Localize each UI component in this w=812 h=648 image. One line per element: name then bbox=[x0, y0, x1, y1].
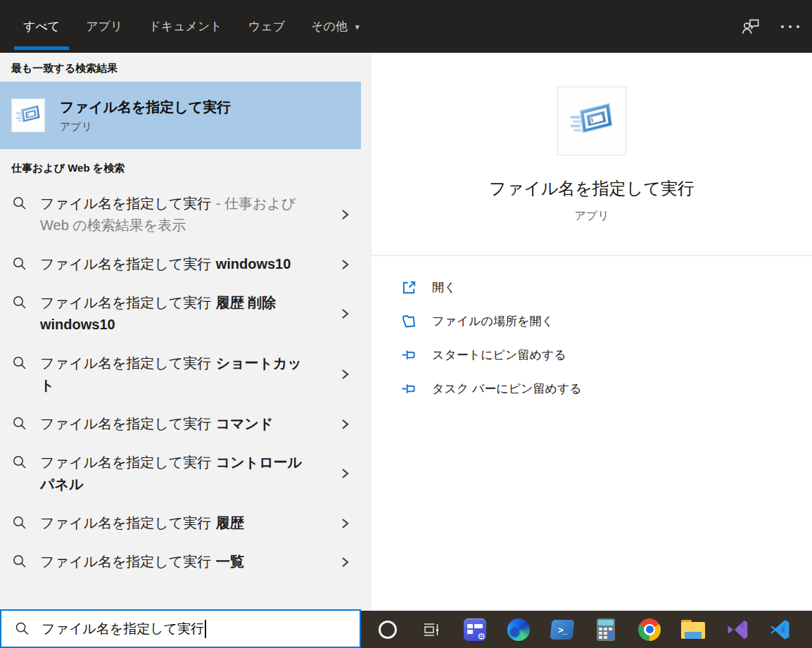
tab-label: ドキュメント bbox=[148, 18, 222, 34]
search-suggestion-row[interactable]: ファイル名を指定して実行ショートカット bbox=[0, 344, 361, 405]
search-icon bbox=[11, 294, 28, 311]
folder-icon bbox=[401, 313, 417, 329]
suggestion-query: ファイル名を指定して実行 bbox=[40, 295, 211, 310]
chevron-right-icon[interactable] bbox=[338, 418, 351, 431]
edge-button[interactable] bbox=[497, 611, 540, 648]
action-open[interactable]: 開く bbox=[372, 270, 812, 304]
chevron-right-icon[interactable] bbox=[338, 556, 351, 568]
suggestion-completion: 履歴 bbox=[216, 515, 244, 531]
chevron-right-icon[interactable] bbox=[338, 368, 351, 381]
task-view-icon bbox=[422, 621, 440, 639]
ime-pad-icon: ⚙ bbox=[464, 618, 486, 641]
more-icon[interactable] bbox=[781, 25, 799, 28]
web-search-header: 仕事および Web を検索 bbox=[0, 149, 372, 184]
tab-label: その他 bbox=[311, 18, 348, 34]
tab-label: すべて bbox=[23, 18, 60, 34]
chevron-right-icon[interactable] bbox=[338, 307, 351, 320]
cortana-button[interactable] bbox=[366, 611, 410, 648]
powershell-icon: >_ bbox=[550, 620, 575, 640]
action-label: 開く bbox=[432, 279, 456, 296]
suggestion-query: ファイル名を指定して実行 bbox=[40, 355, 211, 371]
search-input[interactable]: ファイル名を指定して実行 bbox=[0, 609, 361, 648]
feedback-icon[interactable] bbox=[741, 17, 760, 36]
search-icon bbox=[11, 255, 28, 272]
calculator-button[interactable] bbox=[584, 611, 628, 648]
divider bbox=[372, 255, 812, 256]
search-icon bbox=[11, 553, 28, 570]
vscode-icon bbox=[769, 618, 792, 641]
search-icon bbox=[14, 621, 30, 637]
result-preview-panel: ファイル名を指定して実行 アプリ 開く ファイルの場所を開く bbox=[372, 53, 812, 611]
calculator-icon bbox=[597, 618, 615, 641]
tab-documents[interactable]: ドキュメント ▼ bbox=[148, 0, 222, 53]
search-suggestion-row[interactable]: ファイル名を指定して実行履歴 削除 windows10 bbox=[0, 284, 361, 344]
powershell-button[interactable]: >_ bbox=[540, 611, 584, 648]
edge-icon bbox=[507, 618, 530, 641]
suggestion-list: ファイル名を指定して実行- 仕事および Web の検索結果を表示 ファイル名を指… bbox=[0, 184, 372, 581]
suggestion-text: ファイル名を指定して実行- 仕事および Web の検索結果を表示 bbox=[40, 193, 315, 236]
run-app-icon bbox=[11, 99, 45, 132]
chrome-button[interactable] bbox=[628, 611, 671, 648]
action-pin-to-taskbar[interactable]: タスク バーにピン留めする bbox=[372, 371, 812, 405]
suggestion-completion: windows10 bbox=[216, 256, 291, 272]
suggestion-text: ファイル名を指定して実行windows10 bbox=[40, 253, 315, 275]
pin-icon bbox=[401, 381, 417, 397]
best-match-subtitle: アプリ bbox=[60, 120, 231, 134]
suggestion-query: ファイル名を指定して実行 bbox=[40, 256, 211, 272]
file-explorer-icon bbox=[681, 620, 705, 639]
suggestion-query: ファイル名を指定して実行 bbox=[40, 554, 211, 569]
suggestion-query: ファイル名を指定して実行 bbox=[40, 416, 211, 431]
task-view-button[interactable] bbox=[410, 611, 453, 648]
suggestion-query: ファイル名を指定して実行 bbox=[40, 515, 211, 531]
windows-search-flyout: すべて ▼ アプリ ▼ ドキュメント ▼ ウェブ ▼ その他 ▼ 最も一致する検… bbox=[0, 0, 812, 648]
action-list: 開く ファイルの場所を開く スタートにピン留めする bbox=[372, 270, 812, 405]
visual-studio-icon bbox=[725, 618, 748, 641]
run-app-icon-large bbox=[557, 87, 626, 155]
suggestion-text: ファイル名を指定して実行履歴 bbox=[40, 512, 315, 534]
cortana-icon bbox=[379, 621, 397, 639]
search-suggestion-row[interactable]: ファイル名を指定して実行- 仕事および Web の検索結果を表示 bbox=[0, 184, 361, 245]
search-results-panel: 最も一致する検索結果 ファイル名を指定して実行 アプリ 仕事および Web を検… bbox=[0, 53, 372, 611]
chevron-right-icon[interactable] bbox=[338, 258, 351, 271]
action-pin-to-start[interactable]: スタートにピン留めする bbox=[372, 338, 812, 371]
chrome-icon bbox=[638, 618, 661, 641]
result-tabs: すべて ▼ アプリ ▼ ドキュメント ▼ ウェブ ▼ その他 ▼ bbox=[0, 0, 361, 53]
suggestion-text: ファイル名を指定して実行ショートカット bbox=[40, 352, 315, 396]
tab-label: ウェブ bbox=[248, 18, 285, 34]
chevron-right-icon[interactable] bbox=[338, 208, 351, 221]
suggestion-text: ファイル名を指定して実行コントロールパネル bbox=[40, 452, 315, 495]
tab-label: アプリ bbox=[86, 18, 122, 34]
chevron-down-icon: ▼ bbox=[354, 23, 361, 31]
tab-all[interactable]: すべて ▼ bbox=[23, 0, 60, 53]
best-match-header: 最も一致する検索結果 bbox=[0, 53, 372, 82]
search-suggestion-row[interactable]: ファイル名を指定して実行コントロールパネル bbox=[0, 443, 361, 504]
tab-more[interactable]: その他 ▼ bbox=[311, 0, 361, 53]
file-explorer-button[interactable] bbox=[671, 611, 715, 648]
search-suggestion-row[interactable]: ファイル名を指定して実行windows10 bbox=[0, 245, 361, 284]
ime-pad-button[interactable]: ⚙ bbox=[453, 611, 497, 648]
search-icon bbox=[11, 454, 28, 471]
suggestion-query: ファイル名を指定して実行 bbox=[40, 455, 211, 470]
action-open-file-location[interactable]: ファイルの場所を開く bbox=[372, 304, 812, 338]
chevron-right-icon[interactable] bbox=[338, 467, 351, 480]
search-icon bbox=[11, 415, 28, 432]
search-suggestion-row[interactable]: ファイル名を指定して実行履歴 bbox=[0, 504, 361, 542]
suggestion-completion: 一覧 bbox=[216, 554, 244, 569]
text-cursor bbox=[205, 620, 206, 638]
suggestion-completion: コマンド bbox=[216, 416, 274, 431]
tab-web[interactable]: ウェブ ▼ bbox=[248, 0, 285, 53]
pin-icon bbox=[401, 347, 417, 363]
search-suggestion-row[interactable]: ファイル名を指定して実行コマンド bbox=[0, 405, 361, 443]
chevron-right-icon[interactable] bbox=[338, 517, 351, 530]
visual-studio-button[interactable] bbox=[715, 611, 759, 648]
search-suggestion-row[interactable]: ファイル名を指定して実行一覧 bbox=[0, 542, 361, 581]
preview-title: ファイル名を指定して実行 bbox=[489, 177, 694, 200]
search-filter-bar: すべて ▼ アプリ ▼ ドキュメント ▼ ウェブ ▼ その他 ▼ bbox=[0, 0, 812, 53]
suggestion-text: ファイル名を指定して実行コマンド bbox=[40, 413, 315, 435]
best-match-result[interactable]: ファイル名を指定して実行 アプリ bbox=[0, 82, 361, 149]
suggestion-query: ファイル名を指定して実行 bbox=[40, 196, 211, 211]
vscode-button[interactable] bbox=[759, 611, 802, 648]
tab-apps[interactable]: アプリ ▼ bbox=[86, 0, 122, 53]
action-label: スタートにピン留めする bbox=[432, 347, 566, 363]
search-icon bbox=[11, 355, 28, 371]
